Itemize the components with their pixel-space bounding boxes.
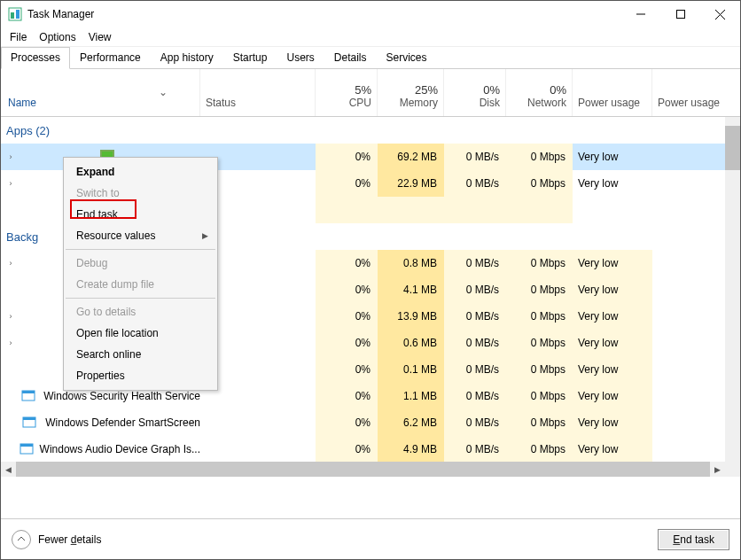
tab-processes[interactable]: Processes: [1, 47, 70, 69]
mem-cell: 0.8 MB: [378, 250, 444, 276]
group-apps[interactable]: Apps (2): [1, 117, 740, 144]
table-row[interactable]: Windows Defender SmartScreen0%6.2 MB0 MB…: [1, 409, 740, 436]
mem-cell: 4.9 MB: [378, 436, 444, 463]
context-menu-item[interactable]: Expand: [64, 161, 217, 183]
scroll-track[interactable]: [16, 462, 710, 477]
scroll-right-icon[interactable]: ▶: [710, 465, 725, 474]
chevron-down-icon[interactable]: ⌄: [159, 86, 168, 98]
mem-cell: 0.6 MB: [378, 330, 444, 356]
context-menu-item[interactable]: Debug: [64, 253, 217, 274]
power-cell: Very low: [573, 436, 652, 463]
tab-services[interactable]: Services: [377, 47, 437, 68]
menu-separator: [66, 298, 215, 299]
minimize-button[interactable]: [620, 1, 660, 27]
fewer-details-label: Fewer details: [38, 533, 101, 546]
header-power2[interactable]: Power usage: [652, 69, 740, 116]
expand-icon[interactable]: ›: [4, 338, 17, 347]
disk-cell: 0 MB/s: [444, 303, 506, 330]
context-menu-item[interactable]: Create dump file: [64, 274, 217, 295]
net-cell: 0 Mbps: [506, 250, 573, 276]
scroll-left-icon[interactable]: ◀: [1, 465, 16, 474]
net-cell: 0 Mbps: [506, 330, 573, 356]
header-power[interactable]: Power usage: [573, 69, 652, 116]
menu-file[interactable]: File: [10, 31, 27, 43]
expand-icon[interactable]: ›: [4, 179, 17, 188]
cpu-cell: 0%: [316, 303, 378, 330]
disk-cell: 0 MB/s: [444, 250, 506, 276]
header-name[interactable]: Name ⌄: [1, 69, 200, 116]
expand-icon[interactable]: ›: [4, 152, 17, 161]
disk-cell: 0 MB/s: [444, 276, 506, 303]
net-cell: 0 Mbps: [506, 276, 573, 303]
mem-cell: 4.1 MB: [378, 276, 444, 303]
end-task-button[interactable]: End task: [658, 529, 729, 550]
menu-view[interactable]: View: [89, 31, 112, 43]
expand-icon[interactable]: ›: [4, 259, 17, 268]
context-menu-item[interactable]: Search online: [64, 344, 217, 365]
power-cell: Very low: [573, 356, 652, 383]
power-cell: Very low: [573, 276, 652, 303]
header-status[interactable]: Status: [200, 69, 316, 116]
tab-users[interactable]: Users: [277, 47, 324, 68]
disk-cell: 0 MB/s: [444, 144, 506, 170]
tab-app-history[interactable]: App history: [151, 47, 223, 68]
power-cell: Very low: [573, 383, 652, 409]
app-icon: [20, 442, 34, 456]
close-button[interactable]: [700, 1, 740, 27]
net-cell: 0 Mbps: [506, 170, 573, 197]
disk-cell: 0 MB/s: [444, 170, 506, 197]
horizontal-scrollbar[interactable]: ◀ ▶: [1, 462, 725, 477]
context-menu-item[interactable]: Properties: [64, 365, 217, 386]
header-network[interactable]: 0%Network: [506, 69, 573, 116]
svg-rect-25: [20, 444, 33, 447]
mem-cell: 1.1 MB: [378, 383, 444, 409]
disk-cell: 0 MB/s: [444, 383, 506, 409]
context-menu-item[interactable]: Resource values▶: [64, 225, 217, 246]
vertical-scrollbar[interactable]: [725, 117, 740, 477]
tab-details[interactable]: Details: [324, 47, 377, 68]
cpu-cell: 0%: [316, 330, 378, 356]
titlebar: Task Manager: [1, 1, 740, 27]
context-menu-item[interactable]: Open file location: [64, 323, 217, 344]
context-menu-item[interactable]: End task: [64, 204, 217, 225]
header-disk[interactable]: 0%Disk: [444, 69, 506, 116]
table-row[interactable]: Windows Audio Device Graph Is...0%4.9 MB…: [1, 436, 740, 463]
disk-cell: 0 MB/s: [444, 356, 506, 383]
expand-icon[interactable]: ›: [4, 312, 17, 321]
tab-startup[interactable]: Startup: [223, 47, 277, 68]
net-cell: 0 Mbps: [506, 383, 573, 409]
menu-options[interactable]: Options: [39, 31, 75, 43]
power-cell: Very low: [573, 250, 652, 276]
column-headers: Name ⌄ Status 5%CPU 25%Memory 0%Disk 0%N…: [1, 69, 740, 117]
net-cell: 0 Mbps: [506, 356, 573, 383]
header-cpu[interactable]: 5%CPU: [316, 69, 378, 116]
cpu-cell: 0%: [316, 170, 378, 197]
header-memory[interactable]: 25%Memory: [378, 69, 444, 116]
context-menu-item[interactable]: Switch to: [64, 183, 217, 204]
power-cell: Very low: [573, 303, 652, 330]
svg-rect-21: [22, 391, 35, 393]
process-name: Windows Security Health Service: [43, 390, 200, 402]
mem-cell: 69.2 MB: [378, 144, 444, 170]
submenu-arrow-icon: ▶: [202, 231, 208, 240]
maximize-button[interactable]: [660, 1, 700, 27]
context-menu-item[interactable]: Go to details: [64, 301, 217, 323]
net-cell: 0 Mbps: [506, 303, 573, 330]
net-cell: 0 Mbps: [506, 144, 573, 170]
mem-cell: 6.2 MB: [378, 409, 444, 436]
scroll-thumb[interactable]: [725, 126, 740, 170]
svg-rect-4: [676, 11, 684, 19]
cpu-cell: 0%: [316, 409, 378, 436]
tab-performance[interactable]: Performance: [70, 47, 151, 68]
footer: Fewer details End task: [1, 518, 740, 559]
menu-separator: [66, 249, 215, 250]
cpu-cell: 0%: [316, 276, 378, 303]
power-cell: Very low: [573, 409, 652, 436]
power-cell: Very low: [573, 170, 652, 197]
mem-cell: 0.1 MB: [378, 356, 444, 383]
collapse-icon: [12, 530, 31, 549]
task-manager-icon: [8, 7, 22, 21]
fewer-details-button[interactable]: Fewer details: [12, 530, 101, 549]
menubar: File Options View: [1, 27, 740, 47]
cpu-cell: 0%: [316, 383, 378, 409]
